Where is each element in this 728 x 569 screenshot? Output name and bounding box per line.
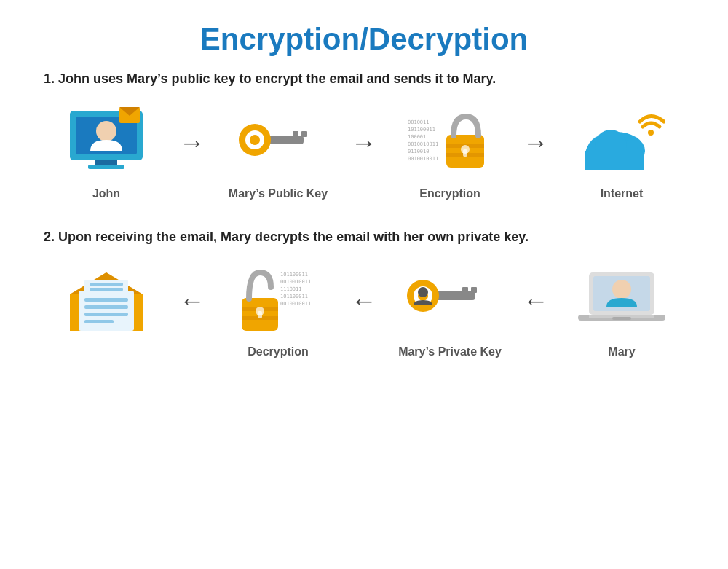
step1-label: 1. John uses Mary’s public key to encryp… — [44, 71, 699, 87]
svg-rect-23 — [463, 149, 467, 157]
encryption-icon: 0010011 101100011 100001 0010010011 0110… — [403, 100, 497, 180]
svg-point-59 — [612, 280, 631, 299]
svg-rect-52 — [471, 287, 477, 293]
internet-label: Internet — [601, 187, 644, 200]
svg-point-24 — [648, 130, 654, 136]
step1-row: John → Mary’s Public Key → — [29, 100, 699, 200]
marys-private-key-label: Mary’s Private Key — [398, 345, 502, 358]
step2-label: 2. Upon receiving the email, Mary decryp… — [44, 229, 699, 245]
svg-rect-37 — [84, 280, 128, 294]
mary-icon — [574, 258, 669, 338]
svg-text:100001: 100001 — [408, 134, 426, 140]
svg-rect-3 — [88, 165, 124, 169]
marys-public-key-label: Mary’s Public Key — [229, 187, 328, 200]
svg-point-56 — [418, 287, 428, 297]
marys-private-key-icon — [403, 258, 497, 338]
svg-text:0010010011: 0010010011 — [280, 301, 311, 307]
arrow1: → — [179, 127, 205, 158]
mary-label: Mary — [608, 345, 635, 358]
svg-rect-9 — [301, 131, 307, 137]
mary-item: Mary — [556, 258, 687, 358]
marys-private-key-item: Mary’s Private Key — [384, 258, 515, 358]
svg-rect-35 — [84, 313, 128, 316]
arrow3: → — [523, 127, 549, 158]
svg-text:101100011: 101100011 — [280, 294, 308, 299]
email-item: Email — [41, 258, 172, 358]
svg-text:101100011: 101100011 — [408, 127, 435, 133]
svg-rect-34 — [84, 305, 128, 309]
svg-rect-8 — [293, 131, 298, 137]
svg-text:0010010011: 0010010011 — [408, 141, 438, 147]
svg-text:101100011: 101100011 — [280, 272, 308, 278]
svg-rect-32 — [79, 291, 134, 331]
marys-public-key-item: Mary’s Public Key — [213, 100, 344, 200]
svg-rect-62 — [612, 317, 631, 320]
svg-rect-51 — [462, 287, 468, 293]
internet-item: Internet — [556, 100, 687, 200]
marys-public-key-icon — [231, 100, 325, 180]
main-title: Encryption/Decryption — [29, 15, 699, 57]
svg-rect-33 — [84, 298, 128, 302]
arrow2: → — [351, 127, 377, 158]
decryption-label: Decryption — [248, 345, 309, 358]
john-icon — [59, 100, 154, 180]
email-icon — [59, 258, 154, 338]
svg-text:0110010: 0110010 — [408, 149, 430, 154]
svg-rect-39 — [90, 288, 123, 291]
arrow6: ← — [523, 286, 549, 316]
encryption-item: 0010011 101100011 100001 0010010011 0110… — [384, 100, 515, 200]
svg-point-4 — [96, 121, 116, 141]
svg-text:0010011: 0010011 — [408, 119, 430, 125]
svg-rect-36 — [84, 320, 114, 323]
arrow5: ← — [351, 286, 377, 316]
decryption-item: 101100011 0010010011 1110011 101100011 0… — [213, 258, 344, 358]
svg-text:0010010011: 0010010011 — [280, 279, 311, 285]
svg-text:0010010011: 0010010011 — [408, 156, 438, 162]
svg-rect-29 — [585, 151, 644, 170]
svg-text:1110011: 1110011 — [280, 286, 302, 292]
decryption-icon: 101100011 0010010011 1110011 101100011 0… — [231, 258, 325, 338]
john-item: John — [41, 100, 172, 200]
svg-point-12 — [250, 135, 260, 145]
svg-rect-49 — [258, 311, 262, 318]
john-label: John — [92, 187, 120, 200]
page: Encryption/Decryption 1. John uses Mary’… — [0, 0, 728, 569]
internet-icon — [574, 100, 669, 180]
encryption-label: Encryption — [419, 187, 480, 200]
step2-row: Email ← 101100011 0010010011 1110011 101… — [29, 258, 699, 358]
arrow4: ← — [179, 286, 205, 316]
svg-rect-38 — [90, 283, 123, 286]
